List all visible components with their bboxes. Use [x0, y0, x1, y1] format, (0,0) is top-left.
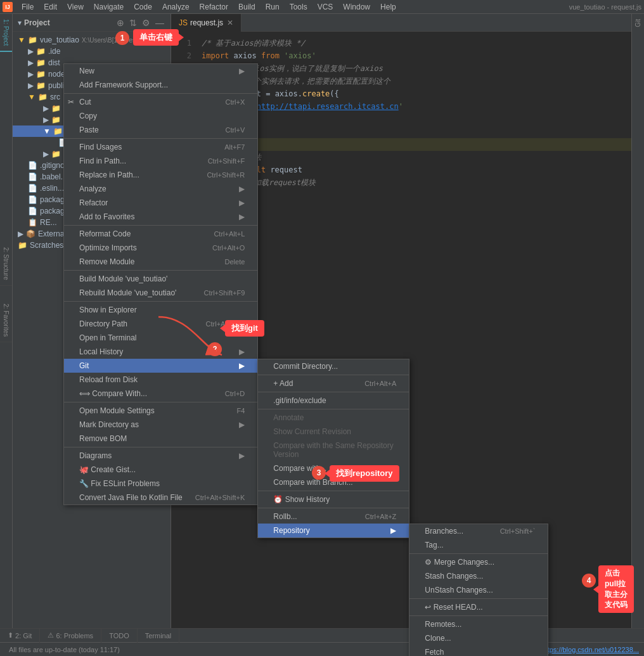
- git-repository[interactable]: Repository▶ Branches...Ctrl+Shift+` Tag.…: [258, 524, 409, 537]
- bottom-tab-problems[interactable]: ⚠ 6: Problems: [40, 629, 101, 643]
- app-logo: IJ: [3, 2, 13, 12]
- cm-convert-java[interactable]: Convert Java File to Kotlin FileCtrl+Alt…: [64, 491, 257, 505]
- cm-optimize[interactable]: Optimize ImportsCtrl+Alt+O: [64, 241, 257, 255]
- repo-fetch[interactable]: Fetch: [409, 645, 548, 656]
- git-show-history[interactable]: ⏰ Show History: [258, 492, 409, 506]
- repo-clone[interactable]: Clone...: [409, 631, 548, 645]
- menu-analyze[interactable]: Analyze: [157, 1, 195, 13]
- bottom-git-label: 2: Git: [15, 632, 32, 640]
- repo-sep2: [409, 598, 548, 599]
- tooltip-find-repo: 找到repository: [330, 465, 399, 482]
- context-menu: New▶ Add Framework Support... ✂CutCtrl+X…: [63, 63, 258, 505]
- left-tab-project[interactable]: 1: Project: [0, 14, 12, 52]
- repo-submenu: Branches...Ctrl+Shift+` Tag... ⚙ Merge C…: [409, 524, 548, 656]
- left-tab-favorites[interactable]: 2: Favorites: [0, 299, 12, 342]
- cm-find-path[interactable]: Find in Path...Ctrl+Shift+F: [64, 154, 257, 168]
- menu-file[interactable]: File: [16, 1, 39, 13]
- bottom-terminal-label: Terminal: [145, 632, 172, 640]
- cm-reformat[interactable]: Reformat CodeCtrl+Alt+L: [64, 227, 257, 241]
- cm-compare[interactable]: ⟺ Compare With...Ctrl+D: [64, 387, 257, 401]
- git-show-current[interactable]: Show Current Revision: [258, 425, 409, 439]
- cm-sep5: [64, 301, 257, 302]
- menu-code[interactable]: Code: [129, 1, 157, 13]
- editor-tabs: JS request.js ✕: [171, 14, 631, 32]
- panel-title: Project: [24, 18, 50, 27]
- editor-tab-request[interactable]: JS request.js ✕: [171, 14, 242, 32]
- tree-root-label: vue_toutiao: [40, 35, 79, 44]
- cm-copy[interactable]: Copy: [64, 109, 257, 123]
- tooltip-find-git: 找到git: [225, 320, 264, 337]
- cm-replace-path[interactable]: Replace in Path...Ctrl+Shift+R: [64, 168, 257, 182]
- menu-window[interactable]: Window: [338, 1, 375, 13]
- menu-refactor[interactable]: Refactor: [195, 1, 233, 13]
- repo-stash[interactable]: Stash Changes...: [409, 569, 548, 583]
- git-rollback[interactable]: Rollb...Ctrl+Alt+Z: [258, 510, 409, 524]
- repo-branches[interactable]: Branches...Ctrl+Shift+`: [409, 524, 548, 538]
- repo-unstash[interactable]: UnStash Changes...: [409, 583, 548, 597]
- cm-add-framework[interactable]: Add Framework Support...: [64, 78, 257, 92]
- right-tab-git[interactable]: Git: [632, 14, 644, 32]
- git-sep5: [258, 508, 409, 508]
- panel-settings-icon[interactable]: ⚙: [141, 16, 151, 29]
- tree-node-label: node: [48, 70, 65, 79]
- left-tab-structure[interactable]: 2: Structure: [0, 242, 12, 286]
- cm-build-module[interactable]: Build Module 'vue_toutiao': [64, 272, 257, 286]
- menu-edit[interactable]: Edit: [39, 1, 62, 13]
- menu-help[interactable]: Help: [375, 1, 401, 13]
- git-compare-same[interactable]: Compare with the Same Repository Version: [258, 439, 409, 461]
- cm-remove-module[interactable]: Remove ModuleDelete: [64, 255, 257, 269]
- bottom-problems-label: 6: Problems: [56, 632, 93, 640]
- repo-remotes[interactable]: Remotes...: [409, 617, 548, 631]
- repo-reset[interactable]: ↩ Reset HEAD...: [409, 600, 548, 614]
- menu-vcs[interactable]: VCS: [312, 1, 338, 13]
- status-text: All files are up-to-date (today 11:17): [5, 646, 124, 653]
- cm-reload[interactable]: Reload from Disk: [64, 373, 257, 387]
- cm-new[interactable]: New▶: [64, 64, 257, 78]
- cm-add-favorites[interactable]: Add to Favorites▶: [64, 210, 257, 224]
- bottom-tab-git[interactable]: ⬆ 2: Git: [0, 629, 40, 643]
- cm-remove-bom[interactable]: Remove BOM: [64, 432, 257, 446]
- status-link[interactable]: https://blog.csdn.net/u012238...: [541, 646, 639, 653]
- git-add[interactable]: + AddCtrl+Alt+A: [258, 376, 409, 390]
- repo-sep3: [409, 615, 548, 616]
- repo-merge[interactable]: ⚙ Merge Changes...: [409, 555, 548, 569]
- panel-dropdown-icon[interactable]: ▾: [18, 18, 22, 27]
- panel-minimize-icon[interactable]: —: [154, 16, 165, 29]
- menu-run[interactable]: Run: [261, 1, 285, 13]
- git-gitinfo[interactable]: .git/info/exclude: [258, 394, 409, 408]
- tooltip-right-click: 单击右键: [133, 29, 179, 46]
- cm-rebuild-module[interactable]: Rebuild Module 'vue_toutiao'Ctrl+Shift+F…: [64, 286, 257, 300]
- git-commit-dir[interactable]: Commit Directory...: [258, 359, 409, 373]
- cm-fix-eslint[interactable]: 🔧 Fix ESLint Problems: [64, 477, 257, 491]
- cm-diagrams[interactable]: Diagrams▶: [64, 449, 257, 463]
- cm-cut[interactable]: ✂CutCtrl+X: [64, 95, 257, 109]
- cm-open-module-settings[interactable]: Open Module SettingsF4: [64, 404, 257, 418]
- menu-tools[interactable]: Tools: [285, 1, 312, 13]
- left-tabs: 1: Project 2: Structure 2: Favorites: [0, 14, 13, 628]
- menu-navigate[interactable]: Navigate: [89, 1, 129, 13]
- cm-analyze[interactable]: Analyze▶: [64, 182, 257, 196]
- bottom-tab-terminal[interactable]: Terminal: [138, 629, 180, 643]
- window-title: vue_toutiao - request.js: [569, 3, 641, 11]
- menubar: IJ File Edit View Navigate Code Analyze …: [0, 0, 644, 14]
- right-sidebar: Git: [631, 14, 644, 628]
- tab-close-icon[interactable]: ✕: [227, 18, 233, 27]
- cm-find-usages[interactable]: Find UsagesAlt+F7: [64, 140, 257, 154]
- panel-collapse-icon[interactable]: ⇅: [128, 16, 138, 29]
- cm-sep4: [64, 270, 257, 271]
- cm-mark-directory[interactable]: Mark Directory as▶: [64, 418, 257, 432]
- panel-add-icon[interactable]: ⊕: [115, 16, 126, 29]
- cm-refactor[interactable]: Refactor▶: [64, 196, 257, 210]
- cm-create-gist[interactable]: 🐙 Create Gist...: [64, 463, 257, 477]
- git-annotate[interactable]: Annotate: [258, 411, 409, 425]
- bottom-tab-todo[interactable]: TODO: [101, 629, 138, 643]
- git-sep4: [258, 491, 409, 491]
- red-arrow-svg: [152, 311, 228, 361]
- menu-view[interactable]: View: [62, 1, 89, 13]
- git-submenu: Commit Directory... + AddCtrl+Alt+A .git…: [257, 359, 409, 538]
- repo-sep1: [409, 553, 548, 554]
- cm-paste[interactable]: PasteCtrl+V: [64, 123, 257, 137]
- menu-build[interactable]: Build: [233, 1, 261, 13]
- tree-ide[interactable]: ▶ 📁 .ide: [13, 46, 171, 57]
- repo-tag[interactable]: Tag...: [409, 538, 548, 552]
